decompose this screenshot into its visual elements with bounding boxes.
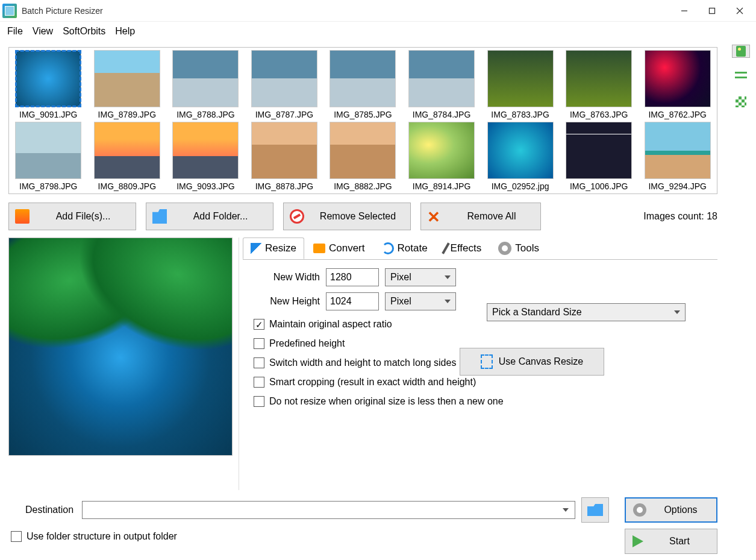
destination-combobox[interactable] <box>82 501 575 519</box>
tab-effects[interactable]: Effects <box>437 238 490 259</box>
thumbnail-item[interactable]: IMG_8784.JPG <box>405 50 479 119</box>
thumbnail-item[interactable]: IMG_8809.JPG <box>90 122 164 191</box>
canvas-resize-button[interactable]: Use Canvas Resize <box>460 348 604 376</box>
thumbnail-image[interactable] <box>566 122 632 179</box>
menu-help[interactable]: Help <box>115 26 135 37</box>
thumbnail-image[interactable] <box>487 122 554 179</box>
use-folder-structure-checkbox[interactable] <box>11 531 22 542</box>
thumbnail-item[interactable]: IMG_8783.JPG <box>483 50 557 119</box>
maintain-aspect-label: Maintain original aspect ratio <box>269 319 392 330</box>
thumbnail-image[interactable] <box>487 50 554 107</box>
thumbnail-image[interactable] <box>172 50 239 107</box>
start-button[interactable]: Start <box>625 529 717 554</box>
thumbnail-item[interactable]: IMG_1006.JPG <box>562 122 636 191</box>
thumbnail-image[interactable] <box>94 122 160 179</box>
list-icon <box>735 72 747 81</box>
maintain-aspect-checkbox[interactable] <box>254 319 264 330</box>
predefined-height-checkbox[interactable] <box>254 338 264 349</box>
thumbnail-item[interactable]: IMG_8785.JPG <box>326 50 400 119</box>
use-folder-structure-label: Use folder structure in output folder <box>27 531 177 542</box>
thumbnail-label: IMG_8788.JPG <box>177 110 235 119</box>
thumbnail-panel: IMG_9091.JPGIMG_8789.JPGIMG_8788.JPGIMG_… <box>8 47 717 194</box>
thumbnail-item[interactable]: IMG_02952.jpg <box>483 122 557 191</box>
tab-convert[interactable]: Convert <box>305 238 373 259</box>
menu-view[interactable]: View <box>33 26 53 37</box>
remove-selected-button[interactable]: Remove Selected <box>283 203 411 230</box>
thumbnail-image[interactable] <box>408 122 475 179</box>
thumbnail-image[interactable] <box>645 122 711 179</box>
list-view-button[interactable] <box>732 70 750 83</box>
thumbnail-label: IMG_8762.JPG <box>648 110 707 119</box>
thumbnail-image[interactable] <box>172 122 239 179</box>
thumbnail-label: IMG_8882.JPG <box>334 181 392 191</box>
thumbnail-label: IMG_8789.JPG <box>98 110 157 119</box>
thumbnail-view-button[interactable] <box>732 45 750 58</box>
tabs-area: Resize Convert Rotate Effects Tools New … <box>239 238 717 490</box>
details-view-button[interactable] <box>732 95 750 109</box>
thumbnail-item[interactable]: IMG_8914.JPG <box>405 122 479 191</box>
image-icon <box>736 46 746 57</box>
app-icon <box>2 4 17 18</box>
thumbnail-label: IMG_8783.JPG <box>491 110 549 119</box>
thumbnail-item[interactable]: IMG_8787.JPG <box>248 50 322 119</box>
tab-tools[interactable]: Tools <box>490 238 547 259</box>
thumbnail-item[interactable]: IMG_8788.JPG <box>169 50 243 119</box>
thumbnail-image[interactable] <box>330 50 396 107</box>
thumbnail-image[interactable] <box>15 50 81 107</box>
grid-icon <box>736 96 746 107</box>
browse-destination-button[interactable] <box>581 497 609 523</box>
menu-file[interactable]: File <box>7 26 23 37</box>
thumbnail-label: IMG_9294.JPG <box>648 181 707 191</box>
new-height-input[interactable] <box>326 292 379 310</box>
thumbnail-item[interactable]: IMG_8798.JPG <box>11 122 86 191</box>
menubar: File View SoftOrbits Help <box>0 22 756 41</box>
tab-resize[interactable]: Resize <box>243 238 304 259</box>
window-title: Batch Picture Resizer <box>22 6 670 16</box>
width-unit-select[interactable]: Pixel <box>385 268 456 286</box>
thumbnail-image[interactable] <box>566 50 632 107</box>
tab-rotate[interactable]: Rotate <box>374 238 436 259</box>
thumbnail-item[interactable]: IMG_8878.JPG <box>248 122 322 191</box>
thumbnail-image[interactable] <box>330 122 396 179</box>
play-icon <box>633 535 643 547</box>
smart-crop-label: Smart cropping (result in exact width an… <box>269 377 476 388</box>
thumbnail-label: IMG_8798.JPG <box>19 181 78 191</box>
menu-softorbits[interactable]: SoftOrbits <box>63 26 105 37</box>
new-height-label: New Height <box>260 296 320 307</box>
add-files-button[interactable]: Add File(s)... <box>8 203 136 230</box>
thumbnail-label: IMG_8785.JPG <box>334 110 392 119</box>
height-unit-select[interactable]: Pixel <box>385 292 456 310</box>
switch-sides-label: Switch width and height to match long si… <box>269 357 456 368</box>
thumbnail-image[interactable] <box>94 50 160 107</box>
thumbnail-image[interactable] <box>251 50 317 107</box>
thumbnail-item[interactable]: IMG_8789.JPG <box>90 50 164 119</box>
no-upscale-label: Do not resize when original size is less… <box>269 396 504 407</box>
thumbnail-item[interactable]: IMG_8763.JPG <box>562 50 636 119</box>
titlebar: Batch Picture Resizer <box>0 0 756 22</box>
standard-size-select[interactable]: Pick a Standard Size <box>487 303 686 321</box>
thumbnail-item[interactable]: IMG_8762.JPG <box>640 50 714 119</box>
thumbnail-label: IMG_8763.JPG <box>570 110 628 119</box>
maximize-button[interactable] <box>698 1 726 20</box>
new-width-input[interactable] <box>326 268 379 286</box>
switch-sides-checkbox[interactable] <box>254 357 264 368</box>
remove-all-button[interactable]: ✕ Remove All <box>420 203 541 230</box>
thumbnail-item[interactable]: IMG_9093.JPG <box>169 122 243 191</box>
options-button[interactable]: Options <box>625 497 717 523</box>
close-button[interactable] <box>726 1 754 20</box>
folder-icon <box>152 209 167 224</box>
thumbnail-image[interactable] <box>645 50 711 107</box>
resize-panel: New Width Pixel New Height Pixel Pick a … <box>243 259 717 490</box>
no-upscale-checkbox[interactable] <box>254 396 264 407</box>
thumbnail-item[interactable]: IMG_9091.JPG <box>11 50 86 119</box>
image-count-label: Images count: 18 <box>643 211 717 222</box>
minimize-button[interactable] <box>670 1 698 20</box>
thumbnail-item[interactable]: IMG_9294.JPG <box>640 122 714 191</box>
thumbnail-item[interactable]: IMG_8882.JPG <box>326 122 400 191</box>
x-icon: ✕ <box>427 209 442 224</box>
thumbnail-image[interactable] <box>251 122 317 179</box>
thumbnail-image[interactable] <box>15 122 81 179</box>
thumbnail-image[interactable] <box>408 50 475 107</box>
add-folder-button[interactable]: Add Folder... <box>146 203 273 230</box>
smart-crop-checkbox[interactable] <box>254 377 264 388</box>
